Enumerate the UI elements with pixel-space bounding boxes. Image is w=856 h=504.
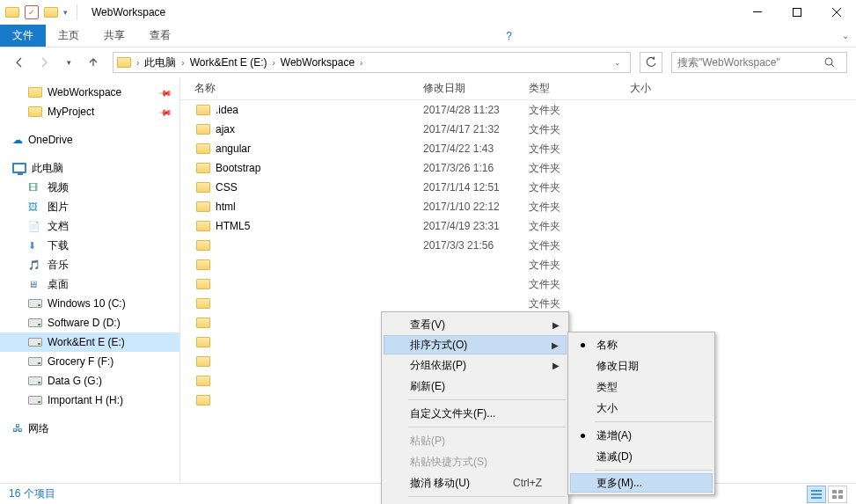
separator <box>408 427 566 427</box>
sidebar-drive-item[interactable]: Software D (D:) <box>0 313 179 332</box>
sort-type[interactable]: 类型 <box>570 376 713 398</box>
forward-button[interactable] <box>33 52 55 73</box>
minimize-button[interactable] <box>737 0 777 25</box>
file-row[interactable]: ajax2017/4/17 21:32文件夹 <box>180 120 856 139</box>
sidebar-drive-item[interactable]: Important H (H:) <box>0 391 179 410</box>
sidebar-drive-item[interactable]: Work&Ent E (E:) <box>0 332 179 352</box>
view-icons-button[interactable] <box>828 486 847 503</box>
sort-descending[interactable]: 递减(D) <box>570 446 713 467</box>
breadcrumb-folder[interactable]: WebWorkspace <box>277 56 358 69</box>
file-row[interactable]: Bootstrap2017/3/26 1:16文件夹 <box>180 158 856 178</box>
file-row[interactable]: 文件夹 <box>180 255 856 274</box>
breadcrumb-drive[interactable]: Work&Ent E (E:) <box>187 56 271 69</box>
maximize-button[interactable] <box>777 0 816 25</box>
folder-icon <box>117 57 131 68</box>
file-row[interactable]: .idea2017/4/28 11:23文件夹 <box>180 100 856 120</box>
file-tab[interactable]: 文件 <box>0 25 46 47</box>
tab-home[interactable]: 主页 <box>46 25 91 47</box>
folder-icon <box>196 105 210 115</box>
ctx-undo-move[interactable]: 撤消 移动(U)Ctrl+Z <box>384 472 567 493</box>
file-name: angular <box>216 142 251 155</box>
back-button[interactable] <box>9 52 30 73</box>
sidebar-library-item[interactable]: 🖥桌面 <box>0 274 179 294</box>
address-dropdown-icon[interactable]: ⌄ <box>609 58 626 67</box>
library-icon: 🎞 <box>28 182 42 193</box>
sidebar-library-item[interactable]: ⬇下载 <box>0 236 179 255</box>
file-row[interactable]: CSS2017/1/14 12:51文件夹 <box>180 178 856 197</box>
column-header-name[interactable]: 名称 <box>194 81 423 96</box>
pin-icon: 📌 <box>158 85 172 99</box>
breadcrumb-thispc[interactable]: 此电脑 <box>141 55 179 70</box>
shortcut-label: Ctrl+Z <box>495 477 542 489</box>
sidebar-item-label: 下载 <box>48 238 69 253</box>
file-date: 2017/1/10 22:12 <box>423 201 529 213</box>
sidebar-item-label: 网络 <box>28 421 49 436</box>
sidebar-library-item[interactable]: 🎞视频 <box>0 178 179 197</box>
ctx-refresh[interactable]: 刷新(E) <box>384 376 567 397</box>
refresh-button[interactable] <box>640 52 662 73</box>
close-button[interactable] <box>816 0 856 25</box>
ctx-view[interactable]: 查看(V)▶ <box>384 314 567 335</box>
file-row[interactable]: angular2017/4/22 1:43文件夹 <box>180 139 856 158</box>
address-bar[interactable]: › 此电脑 › Work&Ent E (E:) › WebWorkspace ›… <box>113 52 631 73</box>
sidebar-quick-myproject[interactable]: MyProject📌 <box>0 102 179 121</box>
drive-icon <box>28 376 42 385</box>
ctx-new[interactable]: 新建(W)▶ <box>384 500 567 504</box>
sidebar-drive-item[interactable]: Windows 10 (C:) <box>0 294 179 313</box>
svg-rect-9 <box>838 495 843 499</box>
sidebar-item-label: Data G (G:) <box>48 375 102 387</box>
column-headers: 名称 修改日期 类型 大小 <box>180 77 856 100</box>
recent-dropdown[interactable]: ▾ <box>58 52 79 73</box>
sidebar-library-item[interactable]: 📄文档 <box>0 216 179 236</box>
file-row[interactable]: 2017/3/3 21:56文件夹 <box>180 236 856 255</box>
up-button[interactable] <box>83 52 104 73</box>
search-input[interactable]: 搜索"WebWorkspace" <box>671 52 847 73</box>
search-icon[interactable] <box>823 56 836 69</box>
sidebar-library-item[interactable]: 🖼图片 <box>0 197 179 216</box>
tab-share[interactable]: 共享 <box>91 25 137 47</box>
library-icon: 📄 <box>28 221 42 232</box>
computer-icon <box>12 163 26 173</box>
column-header-date[interactable]: 修改日期 <box>423 81 529 96</box>
qa-dropdown-icon[interactable]: ▾ <box>63 8 68 17</box>
separator <box>595 470 712 471</box>
svg-rect-3 <box>811 490 822 492</box>
chevron-right-icon[interactable]: › <box>358 58 364 68</box>
ribbon-help-icon[interactable]: ? <box>499 25 520 47</box>
sort-ascending[interactable]: 递增(A) <box>570 425 713 446</box>
chevron-right-icon[interactable]: › <box>135 58 141 68</box>
sidebar-onedrive[interactable]: ☁OneDrive <box>0 130 179 150</box>
sidebar-quick-webworkspace[interactable]: WebWorkspace📌 <box>0 83 179 102</box>
ctx-group[interactable]: 分组依据(P)▶ <box>384 354 567 376</box>
chevron-right-icon[interactable]: › <box>270 58 276 68</box>
sidebar-thispc[interactable]: 此电脑 <box>0 158 179 178</box>
sort-more[interactable]: 更多(M)... <box>570 473 713 493</box>
navigation-pane: WebWorkspace📌 MyProject📌 ☁OneDrive 此电脑 🎞… <box>0 77 180 483</box>
sort-size[interactable]: 大小 <box>570 398 713 419</box>
sort-name[interactable]: 名称 <box>570 334 713 355</box>
file-row[interactable]: HTML52017/4/19 23:31文件夹 <box>180 216 856 236</box>
file-row[interactable]: 文件夹 <box>180 294 856 313</box>
file-list: 名称 修改日期 类型 大小 .idea2017/4/28 11:23文件夹aja… <box>180 77 856 483</box>
column-header-type[interactable]: 类型 <box>529 81 630 96</box>
sidebar-network[interactable]: 🖧网络 <box>0 419 179 438</box>
sidebar-drive-item[interactable]: Grocery F (F:) <box>0 352 179 371</box>
onedrive-icon: ☁ <box>12 134 23 146</box>
view-details-button[interactable] <box>807 486 826 503</box>
ctx-sort[interactable]: 排序方式(O)▶ <box>384 335 567 354</box>
column-header-size[interactable]: 大小 <box>630 81 700 96</box>
sidebar-library-item[interactable]: 🎵音乐 <box>0 255 179 274</box>
chevron-right-icon[interactable]: › <box>179 58 186 68</box>
sidebar-drive-item[interactable]: Data G (G:) <box>0 371 179 391</box>
tab-view[interactable]: 查看 <box>137 25 183 47</box>
file-row[interactable]: 文件夹 <box>180 274 856 294</box>
sidebar-item-label: WebWorkspace <box>48 86 121 99</box>
ctx-customize[interactable]: 自定义文件夹(F)... <box>384 403 567 424</box>
file-row[interactable]: html2017/1/10 22:12文件夹 <box>180 197 856 216</box>
drive-icon <box>28 299 42 308</box>
ribbon-expand-icon[interactable]: ⌄ <box>835 25 856 47</box>
sidebar-item-label: Grocery F (F:) <box>48 355 113 368</box>
qa-properties-icon[interactable]: ✓ <box>25 5 39 19</box>
sort-date[interactable]: 修改日期 <box>570 355 713 376</box>
drive-icon <box>28 357 42 366</box>
